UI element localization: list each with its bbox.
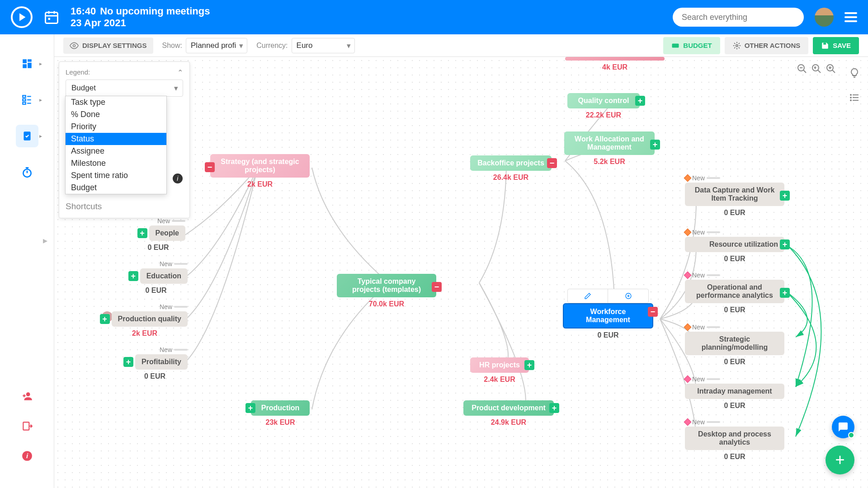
gear-icon <box>733 42 741 50</box>
sidebar-logout[interactable] <box>16 415 38 437</box>
node-desktop[interactable]: New Desktop and process analytics 0 EUR <box>685 418 784 461</box>
expand-icon[interactable]: + <box>650 140 660 150</box>
sidebar-hierarchy[interactable]: ▸ <box>16 89 38 111</box>
svg-point-28 <box>736 44 738 47</box>
node-operational[interactable]: New Operational and performance analytic… <box>685 272 784 314</box>
collapse-icon[interactable]: − <box>432 282 442 292</box>
legend-title: Legend: <box>66 68 183 76</box>
budget-button[interactable]: BUDGET <box>663 37 720 54</box>
other-actions-button[interactable]: OTHER ACTIONS <box>725 37 809 54</box>
node-production[interactable]: Production+ 23k EUR <box>251 400 310 427</box>
dropdown-item-priority[interactable]: Priority <box>66 121 166 133</box>
dropdown-item-milestone[interactable]: Milestone <box>66 157 166 169</box>
lightbulb-icon[interactable] <box>849 68 860 79</box>
svg-rect-9 <box>23 95 26 97</box>
dropdown-item-status[interactable]: Status <box>66 133 166 145</box>
add-child-icon[interactable] <box>608 289 648 303</box>
svg-rect-10 <box>23 99 26 101</box>
node-strategy[interactable]: Strategy (and strategic projects)− 2k EU… <box>210 154 310 188</box>
sidebar-expand-icon[interactable]: ▸ <box>43 235 47 246</box>
legend-select[interactable]: Budget <box>66 80 183 97</box>
header-date: 23 Apr 2021 <box>71 17 673 29</box>
expand-icon[interactable]: + <box>123 357 133 367</box>
node-backoffice[interactable]: Backoffice projects− 26.4k EUR <box>470 155 552 182</box>
svg-point-35 <box>850 100 851 101</box>
main-menu-icon[interactable] <box>844 12 857 22</box>
node-prod-quality[interactable]: New Production quality+ 2k EUR <box>102 303 188 338</box>
expand-icon[interactable]: + <box>524 360 534 370</box>
dropdown-item-spent[interactable]: Spent time ratio <box>66 169 166 182</box>
mindmap-canvas[interactable]: Legend: ⌃ Budget Task type % Done Priori… <box>54 57 868 488</box>
edit-node-icon[interactable] <box>568 289 608 303</box>
node-people[interactable]: New People+ 0 EUR <box>131 217 185 252</box>
expand-icon[interactable]: + <box>780 191 790 201</box>
node-typical-company[interactable]: Typical company projects (templates)− 70… <box>337 274 436 308</box>
zoom-out-icon[interactable] <box>797 63 807 74</box>
sidebar-tasks[interactable]: ▸ <box>16 125 38 147</box>
expand-icon[interactable]: + <box>100 314 110 324</box>
currency-select[interactable]: Euro <box>292 38 355 53</box>
expand-icon[interactable]: + <box>780 239 790 249</box>
collapse-icon[interactable]: − <box>547 158 557 168</box>
app-logo-icon[interactable] <box>11 6 33 28</box>
save-icon <box>821 42 829 50</box>
header-info: 16:40 No upcoming meetings 23 Apr 2021 <box>71 5 673 29</box>
chat-fab[interactable] <box>832 416 854 438</box>
top-header: 16:40 No upcoming meetings 23 Apr 2021 <box>0 0 868 34</box>
list-settings-icon[interactable] <box>849 92 860 103</box>
svg-point-16 <box>23 169 31 177</box>
info-icon[interactable]: i <box>173 174 183 183</box>
node-top-partial[interactable]: 4k EUR <box>565 57 665 71</box>
zoom-in-icon[interactable] <box>826 63 836 74</box>
node-quality-control[interactable]: Quality control+ 22.2k EUR <box>567 93 640 119</box>
dropdown-item-done[interactable]: % Done <box>66 108 166 121</box>
legend-collapse-icon[interactable]: ⌃ <box>177 68 183 77</box>
svg-point-20 <box>26 392 30 396</box>
dropdown-item-budget[interactable]: Budget <box>66 182 166 194</box>
calendar-icon[interactable] <box>43 9 60 25</box>
search-input[interactable] <box>673 8 804 27</box>
node-profitability[interactable]: New Profitability+ 0 EUR <box>122 346 188 380</box>
priority-diamond-icon <box>684 272 692 279</box>
sidebar-dashboard[interactable]: ▸ <box>16 52 38 75</box>
user-avatar[interactable] <box>815 8 834 27</box>
node-data-capture[interactable]: New Data Capture and Work Item Tracking+… <box>685 174 784 217</box>
collapse-icon[interactable]: − <box>648 307 658 317</box>
zoom-fit-icon[interactable] <box>811 63 822 74</box>
node-work-allocation[interactable]: Work Allocation and Management+ 5.2k EUR <box>564 131 655 166</box>
priority-diamond-icon <box>684 375 692 383</box>
collapse-icon[interactable]: − <box>205 162 215 172</box>
shortcuts-label[interactable]: Shortcuts <box>66 202 183 211</box>
display-settings-button[interactable]: DISPLAY SETTINGS <box>63 38 153 54</box>
legend-panel: Legend: ⌃ Budget Task type % Done Priori… <box>59 61 190 218</box>
node-resource-util[interactable]: New Resource utilization+ 0 EUR <box>685 229 784 263</box>
node-workforce-selected[interactable]: Workforce Management− 0 EUR <box>563 303 653 339</box>
dropdown-item-tasktype[interactable]: Task type <box>66 96 166 108</box>
show-label: Show: <box>162 42 182 50</box>
expand-icon[interactable]: + <box>245 403 255 413</box>
add-fab[interactable]: + <box>826 446 854 474</box>
sidebar-add-user[interactable] <box>16 385 38 408</box>
svg-rect-6 <box>28 59 32 61</box>
show-select[interactable]: Planned profi <box>186 38 247 53</box>
svg-line-37 <box>803 70 806 73</box>
sidebar-timer[interactable] <box>16 161 38 183</box>
expand-icon[interactable]: + <box>780 288 790 298</box>
sidebar-info[interactable]: i <box>16 445 38 467</box>
node-education[interactable]: New Education+ 0 EUR <box>124 260 188 295</box>
online-badge <box>848 432 854 438</box>
dropdown-item-assignee[interactable]: Assignee <box>66 145 166 157</box>
priority-diamond-icon <box>684 324 692 331</box>
expand-icon[interactable]: + <box>635 96 645 106</box>
node-strategic-planning[interactable]: New Strategic planning/modelling 0 EUR <box>685 324 784 366</box>
svg-line-42 <box>832 70 835 73</box>
node-hr[interactable]: HR projects+ 2.4k EUR <box>470 357 529 384</box>
save-button[interactable]: SAVE <box>813 37 859 54</box>
expand-icon[interactable]: + <box>549 403 559 413</box>
currency-label: Currency: <box>256 42 288 50</box>
node-product-dev[interactable]: Product development+ 24.9k EUR <box>463 400 554 427</box>
expand-icon[interactable]: + <box>128 271 138 281</box>
node-intraday[interactable]: New Intraday management 0 EUR <box>685 375 784 410</box>
eye-icon <box>70 41 79 50</box>
expand-icon[interactable]: + <box>137 228 147 238</box>
